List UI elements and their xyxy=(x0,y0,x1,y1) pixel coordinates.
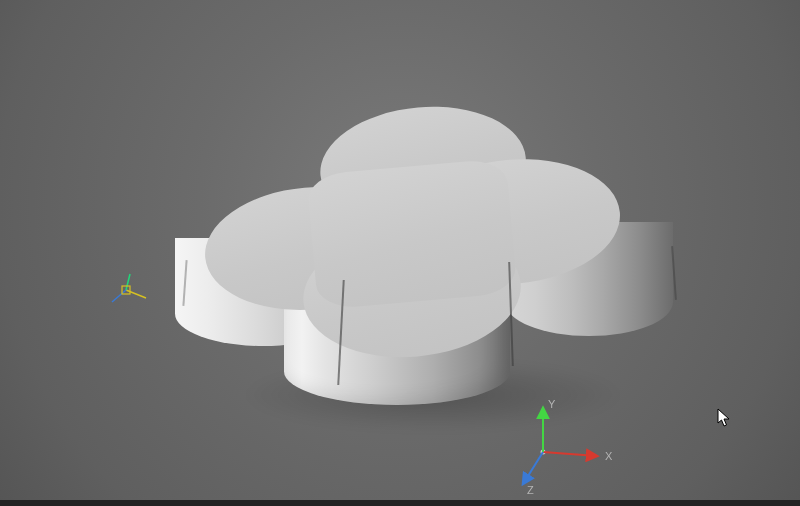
axis-x xyxy=(543,452,597,456)
svg-line-1 xyxy=(126,274,130,290)
viewport-3d[interactable]: X Y Z xyxy=(0,0,800,506)
model-top-surface xyxy=(222,102,587,322)
origin-marker xyxy=(108,272,152,312)
mouse-cursor-icon xyxy=(717,408,731,428)
axis-z xyxy=(523,452,543,484)
status-bar xyxy=(0,500,800,506)
axis-x-label: X xyxy=(605,450,613,462)
svg-line-2 xyxy=(112,290,126,302)
axis-z-label: Z xyxy=(527,484,534,496)
axis-y-label: Y xyxy=(548,398,556,410)
lobe-top-center xyxy=(306,158,517,310)
model-quatrefoil[interactable] xyxy=(170,70,630,420)
axis-triad[interactable]: X Y Z xyxy=(505,398,635,498)
